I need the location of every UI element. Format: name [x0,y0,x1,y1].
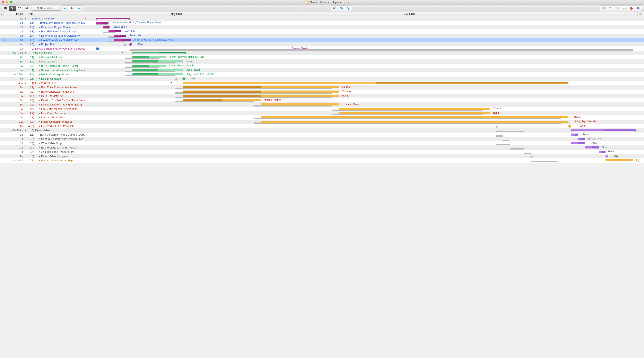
task-row[interactable]: > 11w 0.25h3)Design Phase [0,51,644,55]
task-row[interactable]: 2d1.4)Determine Contractor AvailabilityJ… [0,34,644,38]
task-row[interactable]: 6w4.8)Interface Polish PassSimon [0,115,644,120]
gantt-cell[interactable]: Jaya; Julie [85,29,644,34]
task-row[interactable]: 2d5.3)Write Video ScriptDave [0,141,644,145]
zoom-fit-button[interactable]: J [638,12,644,16]
effort-column[interactable]: Effort [7,12,24,16]
gantt-cell[interactable]: Shinji; Jaya; Satoshi [85,120,644,124]
outline-view-button[interactable] [2,6,9,11]
task-row[interactable]: > 4w 0.25h3.5)Media Campaign Phase 1Shin… [0,72,644,77]
gantt-cell[interactable] [85,128,644,133]
inspector-button[interactable]: i [635,6,642,11]
gantt-cell[interactable]: Jaya; Shinji [85,25,644,29]
task-row[interactable]: 0h4.10)First Vertical Slice CompleteJaya [0,124,644,128]
task-row[interactable]: 1d1.2)Determine Project ScopeJaya; Shinj… [0,25,644,29]
task-row[interactable]: 0h5.6)Demo Video CompleteJaya [0,154,644,158]
task-bar[interactable] [578,138,585,140]
reschedule-button[interactable] [338,6,345,11]
task-bar[interactable] [571,134,578,136]
task-bar[interactable] [183,95,340,97]
gantt-cell[interactable]: Rafiq [85,111,644,115]
task-row[interactable]: 0h3.6)Design CompleteJaya [0,77,644,81]
action-menu-button[interactable] [69,6,76,11]
gantt-cell[interactable]: Jamal; Marina; Melanie [85,64,644,68]
task-row[interactable]: 2d5.4)Edit Footage to Theme MusicShinji [0,145,644,150]
chevron-down-icon[interactable] [25,130,26,131]
task-bar[interactable] [183,86,340,88]
gantt-cell[interactable]: Rafiq [85,94,644,98]
gantt-cell[interactable] [85,81,644,85]
gantt-cell[interactable]: Shinji [85,150,644,154]
gantt-cell[interactable]: Nicole; Yisan [85,137,644,141]
milestone-marker[interactable] [182,77,186,81]
task-bar[interactable] [571,142,585,144]
gantt-cell[interactable]: Jeremy; Sarah [85,47,644,51]
task-row[interactable]: 3w4.7)First Zone Monster ArtRafiq [0,111,644,115]
task-row[interactable]: 3w4.4)Develop Combat Engine (Alpha Ver.)… [0,98,644,102]
gantt-cell[interactable]: Simon [85,59,644,64]
task-bar[interactable] [114,35,126,37]
disclosure-cell[interactable] [24,51,27,55]
gantt-cell[interactable]: Jaya [85,77,644,81]
task-row[interactable]: < 2w 2d 8h5)Demo Video [0,128,644,133]
catch-up-button[interactable] [76,6,83,11]
resource-view-button[interactable] [23,6,30,11]
gantt-cell[interactable]: Dave [85,141,644,145]
gantt-cell[interactable]: Thomas [85,90,644,94]
task-row[interactable]: 1h2)Develop Theme Music (Contract Compos… [0,47,644,51]
task-bar[interactable] [340,112,490,114]
task-row[interactable]: 3w4.5)Develop Enemy Pathing AI (Basic)Ja… [0,102,644,107]
gantt-cell[interactable]: Melanie; Marina [85,98,644,102]
gantt-cell[interactable]: Shinji; Lauren; Rafiq; Thomas; Simon; Da… [85,21,644,25]
attach-column-icon[interactable] [0,12,4,16]
task-bar[interactable] [261,103,339,106]
task-row[interactable]: 2w3.4)Research and Evaluate Testing Tool… [0,68,644,72]
filters-button[interactable] [607,6,614,11]
summary-bar[interactable] [183,82,568,84]
baseline-button[interactable] [331,6,338,11]
chevron-down-icon[interactable] [85,18,86,19]
chevron-down-icon[interactable] [25,18,26,19]
task-bar[interactable] [96,22,108,24]
task-row[interactable]: 3d1.5)Evaluate and Select MiddlewareMari… [0,38,644,42]
task-row[interactable]: < 1w 8h5.7)Plan for Seattle Game ExpoJay [0,158,644,163]
summary-bar[interactable] [132,52,186,54]
task-row[interactable]: 2w1)Planning Phase [0,16,644,21]
milestone-marker[interactable] [568,124,572,128]
task-bar[interactable] [606,159,634,161]
chevron-down-icon[interactable] [25,83,26,84]
chevron-down-icon[interactable] [170,82,172,84]
network-view-button[interactable] [16,6,23,11]
close-icon[interactable] [2,1,4,4]
gantt-cell[interactable]: Shinji [85,145,644,150]
task-row[interactable]: 1d5.2)Capture Footage from Vertical Slic… [0,137,644,141]
task-row[interactable]: 2w3.1)Concept Art PushLauren; Thomas; Ra… [0,55,644,59]
gantt-view-button[interactable] [9,6,16,11]
chevron-down-icon[interactable] [122,52,123,54]
timeline-header[interactable]: May 2020 Jun 2020 [82,12,638,16]
task-bar[interactable] [114,39,131,41]
task-row[interactable]: 1d5.5)Add Titles and Render FinalShinji [0,150,644,154]
chevron-down-icon[interactable] [560,130,562,131]
zoom-icon[interactable] [10,1,12,4]
task-bar[interactable] [132,69,183,71]
task-row[interactable]: 45w4)First Vertical Slice [0,81,644,85]
gantt-cell[interactable]: Jamal [85,133,644,137]
task-bar[interactable] [340,108,490,110]
gantt-cell[interactable]: Jaya [85,154,644,158]
milestone-marker[interactable] [129,43,133,46]
gantt-cell[interactable]: Jamal; Marina [85,102,644,107]
view-options-button[interactable] [600,6,607,11]
task-bar[interactable] [96,48,99,50]
task-row[interactable]: 0h1.6)Project PitchJaya [0,42,644,47]
gantt-cell[interactable]: Jaya; Julie [85,34,644,38]
add-task-button[interactable] [62,6,69,11]
summary-bar[interactable] [96,18,130,19]
publish-button[interactable] [614,6,621,11]
task-bar[interactable] [261,121,568,123]
gantt-cell[interactable]: Jaya [85,42,644,47]
minimize-icon[interactable] [6,1,8,4]
task-bar[interactable] [585,146,599,149]
task-bar[interactable] [132,61,183,63]
summary-bar[interactable] [571,129,636,131]
leveling-button[interactable] [345,6,352,11]
